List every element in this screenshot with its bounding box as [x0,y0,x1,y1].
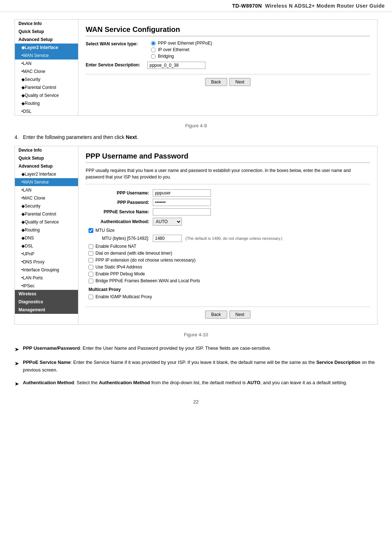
header-title-text: Wireless N ADSL2+ Modem Router User Guid… [265,3,385,9]
select-wan-label: Select WAN service type: [86,41,147,46]
radio-bridging-input[interactable] [151,54,156,59]
mtu-bytes-label: MTU (bytes) [576-1492]: [86,236,153,241]
sidebar-routing-fig10[interactable]: ◆Routing [15,226,78,234]
page-content: Device Info Quick Setup Advanced Setup ◆… [0,12,392,419]
bullet-1-term: PPP Username/Password [23,345,80,351]
radio-pppoe-input[interactable] [151,41,156,46]
bullet-3-term: Authentication Method [23,380,74,385]
radio-pppoe[interactable]: PPP over Ethernet (PPPoE) [151,41,212,46]
enable-fullcone-checkbox[interactable] [89,244,93,249]
radio-bridging-label: Bridging [158,54,174,59]
ppp-username-input[interactable] [153,189,211,197]
sidebar-interface-grouping-fig10[interactable]: •Interface Grouping [15,266,78,274]
bullet-2-term: PPPoE Service Name [23,360,71,365]
sidebar-mac-clone-fig10[interactable]: •MAC Clone [15,194,78,202]
sidebar-lan-ports-fig10[interactable]: •LAN Ports [15,274,78,282]
sidebar-dns-fig10[interactable]: ◆DNS [15,234,78,242]
bullet-2-arrow: ➤ [15,359,19,368]
sidebar-lan-fig10[interactable]: •LAN [15,186,78,194]
auth-method-label: Authentication Method: [86,219,153,224]
ppp-debug-checkbox[interactable] [89,272,93,276]
ppp-username-row: PPP Username: [86,189,370,197]
sidebar-mac-clone-fig9[interactable]: •MAC Clone [15,67,78,75]
figure-label-10: Figure 4-10 [15,332,377,337]
sidebar-security-fig9[interactable]: ◆Security [15,75,78,83]
figure-label-9: Figure 4-9 [15,123,377,128]
sidebar-dsl-fig10[interactable]: ◆DSL [15,242,78,250]
ppp-password-input[interactable] [153,199,211,206]
static-ipv4-checkbox[interactable] [89,265,93,270]
page-header: TD-W8970N Wireless N ADSL2+ Modem Router… [0,0,392,12]
mtu-size-checkbox[interactable] [89,228,93,233]
bridge-pppoe-checkbox[interactable] [89,279,93,283]
ppp-password-row: PPP Password: [86,199,370,206]
back-button-fig10[interactable]: Back [205,311,227,319]
pppoe-service-label: PPPoE Service Name: [86,209,153,214]
pppoe-service-input[interactable] [153,208,211,216]
sidebar-security-fig10[interactable]: ◆Security [15,202,78,210]
sidebar-wan-service-fig9[interactable]: •WAN Service [15,52,78,59]
radio-ipoe[interactable]: IP over Ethernet [151,47,212,52]
next-button-fig9[interactable]: Next [229,78,251,86]
igmp-checkbox[interactable] [89,295,93,299]
service-desc-label: Enter Service Description: [86,62,147,67]
sidebar-quick-setup-fig9[interactable]: Quick Setup [15,28,78,36]
dial-on-demand-checkbox[interactable] [89,251,93,256]
dial-on-demand-row: Dial on demand (with idle timeout timer) [86,251,370,256]
sidebar-lan-fig9[interactable]: •LAN [15,59,78,67]
ppp-password-label: PPP Password: [86,200,153,205]
service-desc-input[interactable] [147,62,205,69]
sidebar-wan-service-fig10[interactable]: •WAN Service [15,178,78,186]
auth-method-select[interactable]: AUTO PAP CHAP MS-CHAP [153,218,182,226]
dial-on-demand-label: Dial on demand (with idle timeout timer) [95,251,172,256]
sidebar-device-info-fig10[interactable]: Device Info [15,146,78,154]
wan-form-section: Select WAN service type: PPP over Ethern… [86,41,370,69]
sidebar-management-fig10[interactable]: Management [15,306,78,314]
bullet-3-inline-2: AUTO [247,380,261,385]
sidebar-advanced-setup-fig10[interactable]: Advanced Setup [15,162,78,170]
sidebar-dns-proxy-fig10[interactable]: •DNS Proxy [15,258,78,266]
sidebar-advanced-setup-fig9[interactable]: Advanced Setup [15,36,78,44]
figure-10-container: Device Info Quick Setup Advanced Setup ◆… [15,146,377,325]
sidebar-routing-fig9[interactable]: ◆Routing [15,99,78,107]
sidebar-quick-setup-fig10[interactable]: Quick Setup [15,154,78,162]
sidebar-layer2-fig10[interactable]: ◆Layer2 Interface [15,170,78,178]
sidebar-fig9: Device Info Quick Setup Advanced Setup ◆… [15,20,78,115]
auth-method-row: Authentication Method: AUTO PAP CHAP MS-… [86,218,370,226]
mtu-bytes-row: MTU (bytes) [576-1492]: (The default is … [86,235,370,242]
ppp-description: PPP usually requires that you have a use… [86,167,370,184]
sidebar-qos-fig10[interactable]: ◆Quality of Service [15,218,78,226]
sidebar-dsl-fig9[interactable]: •DSL [15,107,78,115]
bridge-pppoe-row: Bridge PPPoE Frames Between WAN and Loca… [86,278,370,283]
sidebar-wireless-fig10[interactable]: Wireless [15,290,78,298]
mtu-bytes-input[interactable] [153,235,182,242]
bullet-3-arrow: ➤ [15,379,19,388]
sidebar-upnp-fig10[interactable]: •UPnP [15,250,78,258]
static-ipv4-row: Use Static IPv4 Address [86,264,370,270]
ppp-ip-ext-label: PPP IP extension (do not choose unless n… [95,258,196,263]
radio-ipoe-input[interactable] [151,48,156,52]
radio-bridging[interactable]: Bridging [151,54,212,59]
pppoe-service-row: PPPoE Service Name: [86,208,370,216]
sidebar-device-info-fig9[interactable]: Device Info [15,20,78,28]
step4-next-bold: Next [126,134,137,140]
back-button-fig9[interactable]: Back [205,78,227,86]
sidebar-layer2-fig9[interactable]: ◆Layer2 Interface [15,44,78,52]
bullet-3-text: Authentication Method: Select the Authen… [23,379,377,387]
bullet-3-inline-1: Authentication Method [99,380,150,385]
sidebar-parental-fig10[interactable]: ◆Parental Control [15,210,78,218]
sidebar-diagnostics-fig10[interactable]: Diagnostics [15,298,78,306]
panel-fig9: WAN Service Configuration Select WAN ser… [78,20,377,115]
mtu-checkbox-row: MTU Size [86,228,370,233]
sidebar-ipsec-fig10[interactable]: •IPSec [15,282,78,290]
sidebar-qos-fig9[interactable]: ◆Quality of Service [15,91,78,99]
enable-fullcone-row: Enable Fullcone NAT [86,244,370,249]
sidebar-parental-fig9[interactable]: ◆Parental Control [15,83,78,91]
next-button-fig10[interactable]: Next [229,311,251,319]
ppp-ip-ext-checkbox[interactable] [89,258,93,263]
igmp-label: Enable IGMP Multicast Proxy [95,294,152,299]
multicast-heading: Multicast Proxy [89,287,370,292]
step4-number: 4. Enter the following parameters and th… [15,134,126,140]
bullet-2-inline-bold: Service Description [316,360,360,365]
panel-title-fig9: WAN Service Configuration [86,25,370,36]
